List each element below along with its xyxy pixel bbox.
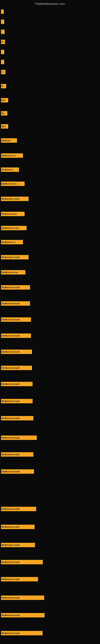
bar-label: Bottleneck result (1, 383, 19, 385)
bar: Bot (1, 124, 8, 128)
bar: Bottleneck resul (1, 226, 27, 230)
bar: 6 (1, 70, 5, 74)
bar-row: Bottleneck resu (1, 270, 25, 274)
bar: Bottleneck result (1, 334, 31, 338)
bar-label: Bottleneck result (1, 198, 19, 200)
bar: Bottlene (1, 138, 17, 143)
bar-row: Bottleneck (1, 168, 19, 172)
bar-row: Bottleneck res (1, 182, 25, 186)
bar-row: Bottleneck result (1, 469, 34, 474)
bar: Bottleneck resu (1, 270, 25, 274)
bar (1, 60, 4, 64)
bar-row (1, 50, 4, 54)
bar: Bottleneck result (1, 399, 33, 403)
bar: Bottleneck result (1, 416, 33, 420)
bar: Bo (1, 111, 7, 116)
bar-label: R (1, 41, 3, 43)
bar-row: Bo (1, 111, 7, 116)
bar: Bottleneck result (1, 382, 33, 386)
bar: Bottleneck (1, 168, 19, 172)
bar: R (1, 40, 5, 44)
bar-label: 6 (1, 71, 3, 73)
bar: Bottleneck res (1, 182, 25, 186)
bar: Bottleneck result (1, 255, 29, 260)
bar: Bot (1, 98, 8, 102)
bar-label: Bottleneck (1, 168, 13, 171)
bar-row: Bottleneck result (1, 285, 30, 290)
bar-label: Bottleneck result (1, 417, 19, 420)
bar-row: Bottleneck re (1, 153, 23, 158)
bar-label: Bottleneck result (1, 614, 19, 616)
bar-label: Bottleneck result (1, 400, 19, 402)
bar: Bottleneck result (1, 196, 29, 201)
bar-row: Bottleneck result (1, 317, 31, 322)
bar: Bottleneck result (1, 631, 43, 635)
bar-label: Bottleneck result (1, 561, 19, 563)
bar: Bottleneck result (1, 366, 32, 370)
bar (1, 20, 4, 24)
bar (1, 50, 4, 54)
bar-row: Bottleneck result (1, 560, 43, 564)
bar-row: Bottleneck resul (1, 226, 27, 230)
bar-row (1, 10, 4, 14)
bar-row: Bottleneck res (1, 212, 25, 216)
bar-row: Bottleneck result (1, 366, 32, 370)
bar-label: Bottleneck res (1, 182, 17, 185)
site-title: TheBottlenecker.com (0, 0, 100, 6)
bar: Bottleneck re (1, 153, 23, 158)
bar-label: Bottleneck result (1, 578, 19, 580)
bar-label: Bottleneck result (1, 318, 19, 321)
bar-label: Bottleneck result (1, 544, 19, 546)
bar-label: Bo (1, 112, 4, 114)
bar: B (1, 84, 6, 88)
bar-row: Bottleneck result (1, 196, 29, 201)
bar-label: Bottleneck result (1, 286, 19, 288)
bar-row: Bottlene (1, 138, 17, 143)
bar: Bottleneck result (1, 560, 43, 564)
bar-label: Bottleneck result (1, 596, 19, 599)
bar-row: Bottleneck result (1, 399, 33, 403)
bar-row: Bottleneck result (1, 452, 33, 457)
bar: Bottleneck re (1, 240, 23, 244)
bar (1, 10, 4, 14)
bar: Bottleneck result (1, 452, 33, 457)
bar-row: Bottleneck result (1, 436, 37, 440)
bar: Bottleneck result (1, 436, 37, 440)
bar: Bottleneck result (1, 613, 45, 618)
bar-row: Bottleneck re (1, 240, 23, 244)
bar-label: Bot (1, 99, 5, 102)
bar: Bottleneck result (1, 469, 34, 474)
bar-label: Bottleneck result (1, 436, 19, 439)
bar (1, 30, 4, 34)
bar-row: Bottleneck result (1, 382, 33, 386)
bar-row: Bot (1, 124, 8, 128)
bar-label: Bottleneck resul (1, 227, 19, 229)
bar-row: B (1, 84, 6, 88)
bar-row: 6 (1, 70, 5, 74)
bar: Bottleneck result (1, 350, 32, 354)
bar-label: Bottleneck result (1, 350, 19, 353)
bar-row: R (1, 40, 5, 44)
bar-label: Bottleneck result (1, 632, 19, 634)
bar-row: Bottleneck result (1, 613, 45, 618)
bar-label: Bottleneck result (1, 367, 19, 369)
bar: Bottleneck result (1, 577, 38, 582)
bar-row: Bottleneck result (1, 507, 36, 511)
bar-label: Bottleneck res (1, 213, 17, 215)
bar-label: Bottlene (1, 139, 10, 142)
bar-label: Bot (1, 125, 5, 128)
bar-row: Bottleneck result (1, 543, 35, 547)
bar-label: Bottleneck result (1, 453, 19, 456)
bar-label: B (1, 85, 3, 87)
bar-label: Bottleneck result (1, 470, 19, 473)
bar-row: Bottleneck result (1, 255, 29, 260)
bar: Bottleneck result (1, 301, 30, 306)
bar-label: Bottleneck result (1, 526, 19, 528)
bar-label: Bottleneck result (1, 256, 19, 258)
bar: Bottleneck result (1, 525, 35, 529)
bar: Bottleneck result (1, 596, 44, 600)
bar-row: Bot (1, 98, 8, 102)
bar-label: Bottleneck resu (1, 271, 18, 274)
bar: Bottleneck result (1, 507, 36, 511)
bar: Bottleneck result (1, 285, 30, 290)
